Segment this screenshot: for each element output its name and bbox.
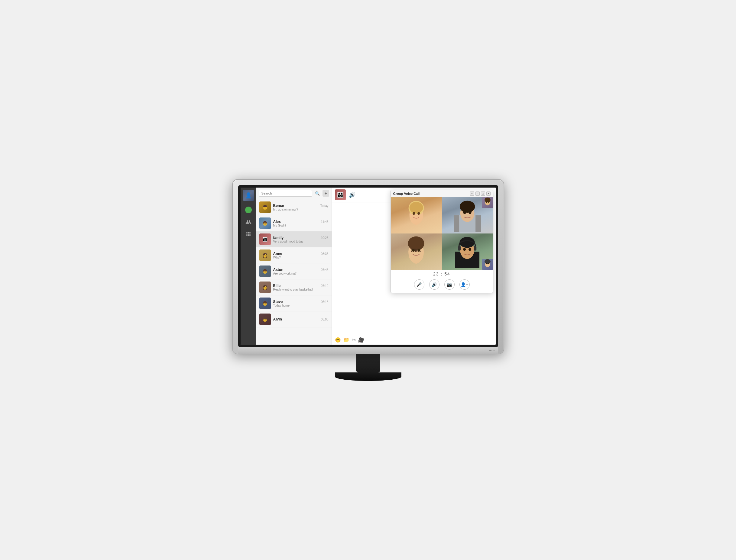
sidebar-item-chat[interactable]: [243, 204, 254, 215]
svg-point-26: [485, 198, 491, 202]
contact-preview-anne: Why?: [273, 256, 328, 259]
folder-button[interactable]: 📁: [343, 337, 349, 343]
svg-point-24: [469, 248, 471, 251]
search-bar: 🔍 +: [256, 188, 331, 199]
contact-item-alex[interactable]: 👨 Alex 11:45 My God it: [256, 215, 331, 231]
svg-point-27: [486, 201, 487, 203]
monitor-shell: 👤: [232, 179, 504, 381]
participant-1-face: [399, 201, 434, 230]
app-container: 👤: [240, 188, 496, 345]
svg-point-10: [469, 211, 471, 214]
contacts-scroll[interactable]: 👦 Bence Today hi , go swimming ?: [256, 199, 331, 345]
contact-name-bence: Bence: [273, 204, 284, 208]
video-button[interactable]: 📷: [444, 279, 455, 290]
svg-rect-22: [474, 246, 477, 250]
monitor-stand-base: [335, 372, 402, 381]
contact-time-bence: Today: [320, 204, 328, 208]
call-controls: 🎤 🔊 📷 👤+: [391, 278, 493, 293]
add-contact-button[interactable]: +: [322, 190, 329, 197]
monitor-screen: 👤: [240, 188, 496, 345]
contact-info-alvin: Alvin 05:08: [273, 317, 328, 321]
contact-info-ellie: Ellie 07:12 Really want to play basketba…: [273, 284, 328, 291]
contact-preview-ellie: Really want to play basketball: [273, 288, 328, 291]
chat-active-indicator: [245, 207, 252, 213]
contact-name-steve: Steve: [273, 300, 283, 304]
call-close-button[interactable]: ✕: [486, 191, 491, 196]
volume-button[interactable]: 🔊: [429, 279, 440, 290]
contact-time-ellie: 07:12: [321, 284, 328, 288]
participant-4-face: [447, 235, 488, 268]
search-button[interactable]: 🔍: [314, 190, 321, 197]
monitor-stand-neck: [356, 354, 380, 372]
svg-point-23: [463, 248, 466, 251]
contact-info-family: family 10:23 Very good mood today: [273, 236, 328, 243]
svg-point-9: [463, 211, 466, 214]
contact-time-aston: 07:45: [321, 268, 328, 272]
svg-point-2: [410, 202, 423, 213]
call-pin-button[interactable]: 木: [470, 191, 474, 196]
sound-wave-icon: 🔊: [349, 191, 355, 198]
svg-point-28: [488, 201, 489, 203]
chat-input-bar: 😊 📁 ✂ 🎥: [332, 335, 496, 345]
search-input[interactable]: [259, 190, 312, 197]
svg-point-32: [488, 263, 489, 264]
contact-item-alvin[interactable]: 👨 Alvin 05:08: [256, 311, 331, 327]
svg-point-31: [486, 263, 487, 264]
contact-time-steve: 05:18: [321, 300, 328, 304]
call-title: Group Voice Call: [393, 192, 420, 195]
contact-item-steve[interactable]: 👨 Steve 05:18 Today home: [256, 295, 331, 311]
contact-item-family[interactable]: 👨‍👩‍👧 family 10:23 Very good mood today: [256, 231, 331, 247]
svg-point-30: [485, 259, 491, 264]
contact-item-ellie[interactable]: 👩 Ellie 07:12 Really want to play basket…: [256, 279, 331, 295]
contact-time-alvin: 05:08: [321, 318, 328, 321]
thumb-face-1: [482, 197, 493, 208]
contact-avatar-bence: 👦: [259, 201, 271, 213]
monitor-controls: ■ ■ ■ + −: [489, 349, 495, 351]
cut-button[interactable]: ✂: [352, 337, 356, 343]
video-capture-button[interactable]: 🎥: [358, 337, 364, 343]
monitor-bottom-bar: ■ ■ ■ + −: [238, 347, 498, 354]
user-avatar[interactable]: 👤: [243, 190, 254, 201]
call-minimize-button[interactable]: －: [476, 191, 480, 196]
call-small-thumb-2: [482, 259, 493, 270]
contact-item-anne[interactable]: 👩 Anne 08:35 Why?: [256, 247, 331, 263]
contact-preview-alex: My God it: [273, 224, 328, 227]
svg-rect-21: [458, 246, 461, 250]
emoji-button[interactable]: 😊: [335, 337, 341, 343]
apps-icon: [245, 231, 251, 237]
call-maximize-button[interactable]: □: [481, 191, 485, 196]
sidebar-item-apps[interactable]: [243, 229, 254, 240]
svg-point-12: [408, 237, 425, 251]
contact-info-aston: Aston 07:45 Are you working?: [273, 268, 328, 275]
contact-avatar-ellie: 👩: [259, 282, 271, 293]
contact-avatar-alex: 👨: [259, 217, 271, 229]
sidebar-item-contacts[interactable]: [243, 217, 254, 227]
contact-time-alex: 11:45: [321, 220, 328, 224]
svg-point-3: [413, 212, 415, 215]
contact-preview-steve: Today home: [273, 304, 328, 307]
contact-info-alex: Alex 11:45 My God it: [273, 220, 328, 227]
svg-point-20: [460, 237, 475, 248]
contact-preview-aston: Are you working?: [273, 272, 328, 275]
contact-name-alex: Alex: [273, 220, 281, 224]
contact-avatar-anne: 👩: [259, 249, 271, 261]
contact-avatar-steve: 👨: [259, 298, 271, 309]
contact-info-anne: Anne 08:35 Why?: [273, 252, 328, 259]
contact-time-anne: 08:35: [321, 252, 328, 256]
contact-preview-family: Very good mood today: [273, 240, 328, 243]
contact-avatar-family: 👨‍👩‍👧: [259, 233, 271, 245]
contact-time-family: 10:23: [321, 236, 328, 240]
participant-2-face: [450, 199, 485, 232]
contact-item-bence[interactable]: 👦 Bence Today hi , go swimming ?: [256, 199, 331, 215]
contact-item-aston[interactable]: 👨 Aston 07:45 Are you working?: [256, 263, 331, 279]
contact-info-steve: Steve 05:18 Today home: [273, 300, 328, 307]
contact-avatar-alvin: 👨: [259, 314, 271, 325]
call-window-buttons: 木 － □ ✕: [470, 191, 491, 196]
participant-3-face: [396, 235, 437, 268]
contact-name-aston: Aston: [273, 268, 283, 272]
call-participant-1: [391, 197, 442, 233]
contact-name-ellie: Ellie: [273, 284, 281, 288]
add-person-button[interactable]: 👤+: [460, 279, 470, 290]
mute-button[interactable]: 🎤: [414, 279, 425, 290]
svg-point-14: [418, 249, 420, 252]
